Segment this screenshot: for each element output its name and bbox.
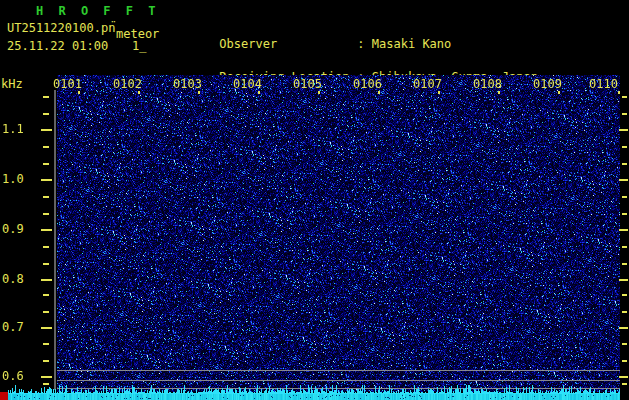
time-tick — [438, 91, 440, 94]
time-tick — [378, 91, 380, 94]
freq-major-tick — [41, 327, 52, 329]
time-label: 0101 — [52, 79, 82, 90]
freq-minor-tick — [43, 213, 49, 215]
freq-major-tick — [41, 179, 52, 181]
time-label: 0108 — [472, 79, 502, 90]
signal-strength-trace — [8, 383, 620, 400]
freq-minor-tick — [43, 196, 49, 198]
freq-label: 1.0 — [2, 174, 24, 185]
spectrogram-canvas — [57, 75, 620, 392]
observation-timestamp: 25.11.22 01:00 — [7, 41, 108, 52]
freq-minor-tick — [43, 263, 49, 265]
freq-minor-tick — [622, 246, 627, 248]
freq-label: 1.1 — [2, 124, 24, 135]
info-label: Observer — [219, 39, 357, 50]
freq-label: 0.8 — [2, 274, 24, 285]
freq-minor-tick — [43, 360, 49, 362]
time-label: 0106 — [352, 79, 382, 90]
freq-minor-tick — [622, 113, 627, 115]
info-value: Masaki Kano — [372, 37, 451, 51]
time-tick — [258, 91, 260, 94]
freq-label: 0.9 — [2, 224, 24, 235]
freq-minor-tick — [622, 360, 627, 362]
info-separator: : — [357, 37, 371, 51]
freq-major-tick — [41, 229, 52, 231]
freq-major-tick — [619, 129, 628, 131]
freq-minor-tick — [622, 311, 627, 313]
freq-major-tick — [619, 327, 628, 329]
freq-minor-tick — [43, 294, 49, 296]
freq-minor-tick — [43, 246, 49, 248]
time-label: 0109 — [532, 79, 562, 90]
time-tick — [558, 91, 560, 94]
time-label: 0105 — [292, 79, 322, 90]
freq-major-tick — [41, 129, 52, 131]
info-row-location: Receiving Location: Shibukawa, Gunma, Ja… — [176, 61, 596, 72]
freq-major-tick — [41, 376, 52, 378]
reference-line-middle — [57, 380, 620, 381]
red-corner-marker — [0, 392, 8, 400]
freq-minor-tick — [622, 263, 627, 265]
freq-major-tick — [619, 229, 628, 231]
freq-major-tick — [619, 376, 628, 378]
time-label: 0104 — [232, 79, 262, 90]
freq-minor-tick — [43, 311, 49, 313]
time-tick — [198, 91, 200, 94]
freq-minor-tick — [43, 163, 49, 165]
freq-label: 0.6 — [2, 371, 24, 382]
time-tick — [498, 91, 500, 94]
freq-major-tick — [619, 179, 628, 181]
freq-label: 0.7 — [2, 322, 24, 333]
freq-minor-tick — [43, 383, 49, 385]
time-label: 0103 — [172, 79, 202, 90]
time-label: 0102 — [112, 79, 142, 90]
app-title: H R O F F T — [36, 6, 159, 17]
freq-major-tick — [619, 279, 628, 281]
freq-minor-tick — [622, 343, 627, 345]
freq-minor-tick — [622, 294, 627, 296]
time-label: 0110 — [588, 79, 618, 90]
freq-axis-line — [54, 90, 56, 390]
reference-line-upper — [57, 370, 620, 371]
meteor-count: 1_ — [132, 41, 146, 52]
freq-axis-unit: kHz — [1, 79, 23, 90]
hrofft-window: H R O F F T UT2511220100.pn ¨ meteor 25.… — [0, 0, 629, 400]
time-tick — [138, 91, 140, 94]
freq-minor-tick — [43, 343, 49, 345]
info-row-observer: Observer: Masaki Kano — [176, 28, 596, 39]
freq-major-tick — [41, 279, 52, 281]
time-tick — [318, 91, 320, 94]
freq-minor-tick — [622, 196, 627, 198]
freq-minor-tick — [43, 96, 49, 98]
time-label: 0107 — [412, 79, 442, 90]
freq-minor-tick — [43, 146, 49, 148]
freq-minor-tick — [622, 383, 627, 385]
freq-minor-tick — [622, 213, 627, 215]
output-filename: UT2511220100.pn — [7, 23, 115, 34]
freq-minor-tick — [622, 96, 627, 98]
time-tick — [78, 91, 80, 94]
freq-minor-tick — [622, 163, 627, 165]
time-tick — [618, 91, 620, 94]
freq-minor-tick — [622, 146, 627, 148]
freq-minor-tick — [43, 113, 49, 115]
